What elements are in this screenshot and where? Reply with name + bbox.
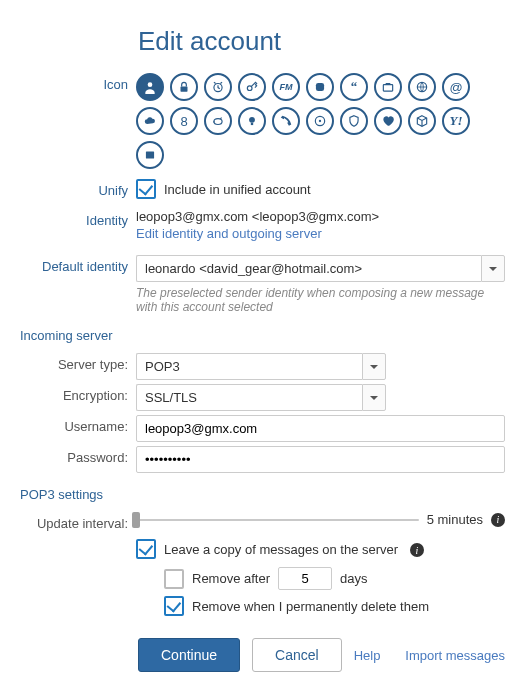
identity-value: leopop3@gmx.com <leopop3@gmx.com>: [136, 209, 505, 224]
chevron-down-icon[interactable]: [362, 353, 386, 380]
cd-disc-icon[interactable]: [306, 107, 334, 135]
svg-rect-4: [316, 83, 324, 91]
username-input[interactable]: [136, 415, 505, 442]
server-type-value: POP3: [136, 353, 362, 380]
briefcase-icon[interactable]: [374, 73, 402, 101]
chevron-down-icon[interactable]: [362, 384, 386, 411]
continue-button[interactable]: Continue: [138, 638, 240, 672]
label-update-interval: Update interval:: [20, 512, 136, 531]
cloud-icon[interactable]: [136, 107, 164, 135]
incoming-server-heading: Incoming server: [20, 328, 505, 343]
heart-icon[interactable]: [374, 107, 402, 135]
phone-icon[interactable]: [272, 107, 300, 135]
piggy-bank-icon[interactable]: [204, 107, 232, 135]
leave-copy-label: Leave a copy of messages on the server: [164, 542, 398, 557]
label-identity: Identity: [20, 209, 136, 228]
edit-identity-link[interactable]: Edit identity and outgoing server: [136, 226, 505, 241]
default-identity-value: leonardo <david_gear@hotmail.com>: [136, 255, 481, 282]
info-icon[interactable]: i: [491, 513, 505, 527]
yahoo-y-icon[interactable]: Y!: [442, 107, 470, 135]
elephant-icon[interactable]: [306, 73, 334, 101]
svg-point-11: [319, 120, 321, 122]
default-identity-hint: The preselected sender identity when com…: [136, 286, 505, 314]
remove-after-post: days: [340, 571, 367, 586]
person-silhouette-icon[interactable]: [136, 73, 164, 101]
info-icon[interactable]: i: [410, 543, 424, 557]
svg-point-7: [214, 119, 222, 125]
help-link[interactable]: Help: [354, 648, 381, 663]
label-default-identity: Default identity: [20, 255, 136, 274]
label-encryption: Encryption:: [20, 384, 136, 403]
svg-point-0: [148, 82, 153, 87]
remove-on-delete-checkbox[interactable]: Remove when I permanently delete them: [164, 596, 429, 616]
slider-thumb[interactable]: [132, 512, 140, 528]
remove-after-checkbox[interactable]: Remove after: [164, 569, 270, 589]
quotes-icon[interactable]: “: [340, 73, 368, 101]
include-unified-checkbox[interactable]: Include in unified account: [136, 179, 311, 199]
svg-point-8: [249, 117, 255, 123]
provider-icon-grid: FM “ @ 8 Y!: [136, 73, 496, 169]
cube-icon[interactable]: [408, 107, 436, 135]
svg-point-3: [247, 86, 252, 91]
include-unified-label: Include in unified account: [164, 182, 311, 197]
remove-after-days-input[interactable]: [278, 567, 332, 590]
svg-rect-5: [383, 85, 392, 91]
outlook-icon[interactable]: [136, 141, 164, 169]
fm-letters-icon[interactable]: FM: [272, 73, 300, 101]
label-password: Password:: [20, 446, 136, 465]
leave-copy-checkbox[interactable]: Leave a copy of messages on the server: [136, 539, 398, 559]
default-identity-select[interactable]: leonardo <david_gear@hotmail.com>: [136, 255, 505, 282]
import-messages-link[interactable]: Import messages: [405, 648, 505, 663]
pop3-settings-heading: POP3 settings: [20, 487, 505, 502]
eight-medal-icon[interactable]: 8: [170, 107, 198, 135]
key-icon[interactable]: [238, 73, 266, 101]
password-input[interactable]: [136, 446, 505, 473]
page-title: Edit account: [138, 26, 505, 57]
label-server-type: Server type:: [20, 353, 136, 372]
svg-rect-1: [181, 86, 188, 91]
svg-rect-9: [251, 123, 253, 125]
encryption-value: SSL/TLS: [136, 384, 362, 411]
server-type-select[interactable]: POP3: [136, 353, 386, 380]
chevron-down-icon[interactable]: [481, 255, 505, 282]
shield-icon[interactable]: [340, 107, 368, 135]
encryption-select[interactable]: SSL/TLS: [136, 384, 386, 411]
lock-icon[interactable]: [170, 73, 198, 101]
remove-on-delete-label: Remove when I permanently delete them: [192, 599, 429, 614]
label-username: Username:: [20, 415, 136, 434]
update-interval-value: 5 minutes: [427, 512, 483, 527]
cancel-button[interactable]: Cancel: [252, 638, 342, 672]
label-icon: Icon: [20, 73, 136, 92]
label-unify: Unify: [20, 179, 136, 198]
globe-icon[interactable]: [408, 73, 436, 101]
remove-after-pre: Remove after: [192, 571, 270, 586]
svg-rect-12: [146, 152, 154, 159]
update-interval-slider[interactable]: [136, 519, 419, 521]
at-sign-icon[interactable]: @: [442, 73, 470, 101]
lightbulb-icon[interactable]: [238, 107, 266, 135]
alarm-clock-icon[interactable]: [204, 73, 232, 101]
